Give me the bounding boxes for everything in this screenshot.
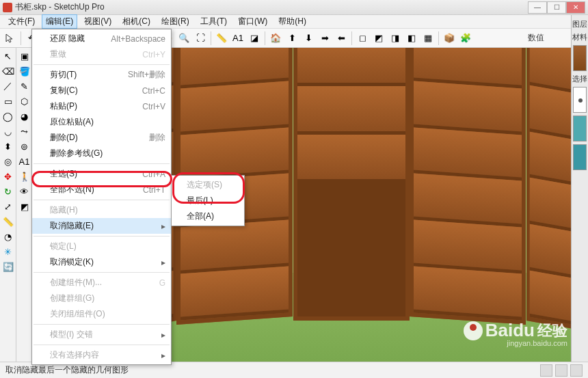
scale-icon[interactable]: ⤢ — [1, 200, 15, 213]
edit-menu-item[interactable]: 粘贴(P)Ctrl+V — [32, 98, 171, 114]
material-swatch-1[interactable] — [573, 116, 587, 141]
axes-icon[interactable]: ✳ — [1, 245, 15, 258]
edit-menu-item: 锁定(L) — [32, 239, 171, 254]
rectangle-icon[interactable]: ▭ — [1, 94, 15, 108]
menubar: 文件(F)编辑(E)视图(V)相机(C)绘图(R)工具(T)窗口(W)帮助(H) — [0, 15, 588, 29]
edit-menu-item: 隐藏(H) — [32, 202, 171, 218]
style5-icon[interactable]: ▦ — [420, 31, 436, 46]
edit-menu-item: 创建群组(G) — [32, 291, 171, 306]
style4-icon[interactable]: ◧ — [404, 31, 419, 46]
text2-icon[interactable]: A1 — [18, 154, 31, 168]
menu-4[interactable]: 绘图(R) — [157, 14, 193, 29]
unhide-submenu-item[interactable]: 最后(L) — [172, 193, 244, 208]
window-title: 书柜.skp - SketchUp Pro — [15, 1, 528, 13]
right-icon[interactable]: ➡ — [317, 31, 332, 46]
rotate-icon[interactable]: ↻ — [1, 185, 15, 198]
select-icon[interactable]: ↖ — [1, 49, 15, 63]
edit-menu-item[interactable]: 剪切(T)Shift+删除 — [32, 67, 171, 83]
circle-icon[interactable]: ◯ — [1, 109, 15, 123]
menu-5[interactable]: 工具(T) — [196, 14, 231, 29]
materials-header[interactable]: 材料 — [572, 31, 588, 44]
material-swatch-wood[interactable] — [573, 45, 587, 71]
freehand-icon[interactable]: ✎ — [18, 79, 31, 93]
edit-menu-item[interactable]: 删除(D)删除 — [32, 130, 171, 146]
edit-menu-item: 模型(I) 交错▸ — [32, 327, 171, 342]
edit-menu-item[interactable]: 全部不选(N)Ctrl+T — [32, 182, 171, 198]
baidu-paw-icon — [464, 321, 483, 340]
component-icon[interactable]: ▣ — [18, 49, 31, 63]
move-icon[interactable]: ✥ — [1, 170, 15, 183]
offset-icon[interactable]: ◎ — [1, 154, 15, 168]
unhide-submenu-item[interactable]: 全部(A) — [172, 208, 244, 224]
window-controls: — ☐ ✕ — [528, 1, 585, 14]
maximize-button[interactable]: ☐ — [547, 1, 566, 14]
text-icon[interactable]: A1 — [230, 31, 245, 46]
section-icon[interactable]: ◪ — [247, 31, 262, 46]
paint2-icon[interactable]: 🪣 — [18, 64, 31, 78]
select-tool-icon[interactable] — [3, 31, 18, 46]
status-icon-3[interactable] — [570, 364, 583, 377]
status-text: 取消隐藏最后一个隐藏的几何图形 — [5, 364, 129, 376]
section2-icon[interactable]: ◩ — [18, 200, 31, 213]
follow-icon[interactable]: ⤳ — [18, 124, 31, 138]
line-icon[interactable]: ／ — [1, 79, 15, 93]
edit-menu-item[interactable]: 取消隐藏(E)▸ — [32, 218, 171, 234]
edit-menu-item[interactable]: 取消锁定(K)▸ — [32, 254, 171, 270]
edit-menu-item[interactable]: 全选(S)Ctrl+A — [32, 166, 171, 182]
edit-menu-item[interactable]: 原位粘贴(A) — [32, 114, 171, 130]
top-icon[interactable]: ⬆ — [284, 31, 299, 46]
unhide-submenu-item: 选定项(S) — [172, 177, 244, 193]
protractor-icon[interactable]: ◔ — [1, 230, 15, 243]
close-button[interactable]: ✕ — [566, 1, 585, 14]
edit-menu-dropdown: 还原 隐藏Alt+Backspace重做Ctrl+Y剪切(T)Shift+删除复… — [31, 29, 172, 365]
material-swatch-2[interactable] — [573, 144, 587, 170]
app-icon — [3, 3, 12, 12]
menu-2[interactable]: 视图(V) — [80, 14, 116, 29]
push-icon[interactable]: ⬍ — [1, 139, 15, 153]
right-tray: 图层 材料 选择 — [571, 15, 588, 362]
look-icon[interactable]: 👁 — [18, 185, 31, 198]
titlebar: 书柜.skp - SketchUp Pro — ☐ ✕ — [0, 0, 588, 15]
dimension-icon[interactable]: 📏 — [214, 31, 229, 46]
extension-icon[interactable]: 🧩 — [458, 31, 473, 46]
orbit2-icon[interactable]: 🔄 — [1, 260, 15, 273]
pager-icon[interactable] — [573, 87, 587, 113]
measurements-label: 数值 — [528, 32, 544, 44]
walk-icon[interactable]: 🚶 — [18, 170, 31, 183]
edit-menu-item[interactable]: 还原 隐藏Alt+Backspace — [32, 31, 171, 46]
arc-icon[interactable]: ◡ — [1, 124, 15, 138]
tape-icon[interactable]: 📏 — [1, 215, 15, 228]
style2-icon[interactable]: ◩ — [371, 31, 386, 46]
pie-icon[interactable]: ◕ — [18, 109, 31, 123]
back-icon[interactable]: ⬅ — [334, 31, 349, 46]
style3-icon[interactable]: ◨ — [388, 31, 403, 46]
eraser-icon[interactable]: ⌫ — [1, 64, 15, 78]
edit-menu-item[interactable]: 复制(C)Ctrl+C — [32, 83, 171, 98]
select-header[interactable]: 选择 — [572, 72, 588, 85]
style1-icon[interactable]: ◻ — [355, 31, 370, 46]
warehouse-icon[interactable]: 📦 — [442, 31, 457, 46]
offset2-icon[interactable]: ⊚ — [18, 139, 31, 153]
edit-menu-item: 关闭组/组件(O) — [32, 306, 171, 322]
watermark: Baidu经验 jingyan.baidu.com — [464, 320, 567, 341]
status-icon-1[interactable] — [540, 364, 552, 377]
polygon-icon[interactable]: ⬡ — [18, 94, 31, 108]
unhide-submenu: 选定项(S)最后(L)全部(A) — [171, 175, 245, 226]
menu-7[interactable]: 帮助(H) — [274, 14, 310, 29]
iso-icon[interactable]: 🏠 — [268, 31, 283, 46]
left-toolbar-b: ▣ 🪣 ✎ ⬡ ◕ ⤳ ⊚ A1 🚶 👁 ◩ — [16, 48, 33, 362]
layers-header[interactable]: 图层 — [572, 18, 588, 31]
edit-menu-item: 创建组件(M)...G — [32, 275, 171, 291]
zoom-icon[interactable]: 🔍 — [176, 31, 191, 46]
menu-3[interactable]: 相机(C) — [118, 14, 155, 29]
menu-1[interactable]: 编辑(E) — [42, 14, 77, 29]
menu-6[interactable]: 窗口(W) — [234, 14, 271, 29]
front-icon[interactable]: ⬇ — [301, 31, 316, 46]
zoom-extents-icon[interactable]: ⛶ — [193, 31, 208, 46]
edit-menu-item: 没有选择内容▸ — [32, 347, 171, 363]
minimize-button[interactable]: — — [528, 1, 547, 14]
menu-0[interactable]: 文件(F) — [4, 14, 39, 29]
edit-menu-item[interactable]: 删除参考线(G) — [32, 146, 171, 161]
edit-menu-item: 重做Ctrl+Y — [32, 46, 171, 62]
status-icon-2[interactable] — [555, 364, 567, 377]
